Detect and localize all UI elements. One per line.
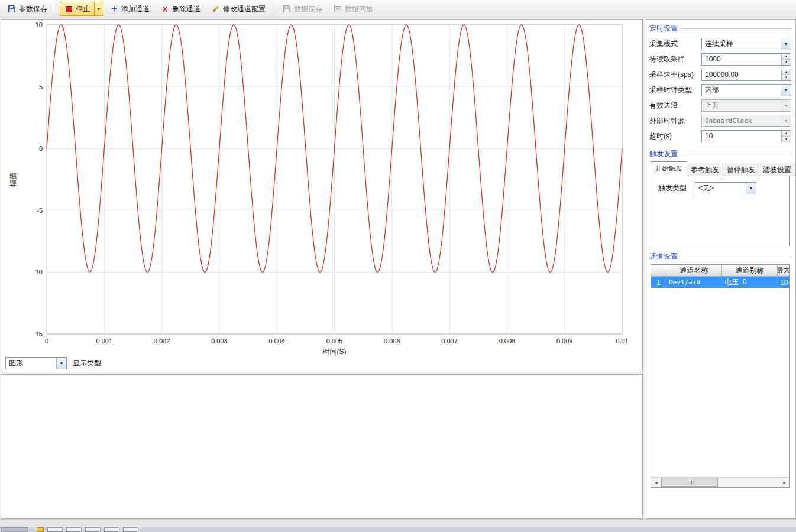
scroll-right-icon[interactable]: ► [779, 478, 789, 487]
samples-to-read-label: 待读取采样 [649, 54, 701, 64]
stop-dropdown-arrow-icon[interactable]: ▼ [94, 2, 103, 15]
acq-mode-label: 采集模式 [649, 39, 701, 49]
svg-text:0.004: 0.004 [268, 338, 285, 345]
scrollbar-thumb[interactable] [661, 478, 718, 487]
tab-pause-trigger[interactable]: 暂停触发 [723, 163, 759, 176]
svg-text:0.007: 0.007 [441, 338, 458, 345]
group-title-rule [681, 28, 791, 29]
channel-alias-cell: 电压_0 [722, 277, 778, 288]
delete-channel-label: 删除通道 [172, 4, 200, 14]
timeout-value: 10 [702, 131, 781, 142]
chevron-down-icon[interactable]: ▼ [56, 358, 66, 369]
clock-type-combo[interactable]: 内部 ▼ [701, 84, 791, 96]
svg-text:幅值: 幅值 [9, 173, 17, 187]
taskbar-item[interactable] [47, 527, 63, 532]
timing-title-text: 定时设置 [649, 24, 678, 34]
channels-title-text: 通道设置 [649, 252, 678, 262]
param-save-label: 参数保存 [19, 4, 47, 14]
svg-text:5: 5 [39, 83, 43, 90]
add-channel-button[interactable]: + 添加通道 [105, 2, 154, 16]
timing-group-title: 定时设置 [649, 24, 791, 34]
stop-label: 停止 [76, 4, 90, 14]
column-channel-name[interactable]: 通道名称 [666, 265, 722, 276]
modify-channel-config-button[interactable]: 修改通道配置 [207, 2, 270, 16]
channel-grid: 通道名称 通道别称 最大 1 Dev1/ai0 电压_0 10 ◄ ► [651, 264, 790, 488]
display-type-combo[interactable]: 图形 ▼ [5, 357, 67, 369]
channel-row-selected[interactable]: 1 Dev1/ai0 电压_0 10 [651, 277, 789, 288]
toolbar: 参数保存 停止 ▼ + 添加通道 X 删除通道 修改通道配置 [0, 0, 796, 18]
column-channel-alias[interactable]: 通道别称 [722, 265, 778, 276]
svg-text:时间(S): 时间(S) [323, 348, 347, 355]
trigger-type-value: <无> [695, 183, 746, 194]
row-index: 1 [651, 277, 666, 288]
samples-to-read-row: 待读取采样 1000 ▲▼ [649, 51, 791, 67]
trigger-type-row: 触发类型 <无> ▼ [653, 181, 787, 195]
taskbar-strip [0, 527, 796, 532]
daq-application-window: 参数保存 停止 ▼ + 添加通道 X 删除通道 修改通道配置 [0, 0, 796, 532]
clock-type-label: 采样时钟类型 [649, 85, 701, 95]
stop-split-button[interactable]: 停止 ▼ [60, 2, 103, 16]
acq-mode-combo[interactable]: 连续采样 ▼ [701, 38, 791, 50]
ext-clock-label: 外部时钟源 [649, 116, 701, 126]
spinner-down-icon[interactable]: ▼ [782, 59, 791, 65]
active-edge-combo: 上升 ▼ [701, 99, 791, 112]
scrollbar-track[interactable] [718, 478, 779, 487]
taskbar-item[interactable] [104, 527, 119, 532]
taskbar-item[interactable] [66, 527, 82, 532]
row-header-column [651, 265, 666, 276]
samples-to-read-spinner[interactable]: 1000 ▲▼ [701, 53, 791, 66]
spinner-up-icon[interactable]: ▲ [782, 54, 791, 59]
group-title-rule [681, 154, 791, 154]
chevron-down-icon[interactable]: ▼ [781, 38, 791, 50]
timeout-row: 超时(s) 10 ▲▼ [649, 128, 791, 144]
taskbar-item[interactable] [123, 527, 138, 532]
horizontal-scrollbar[interactable]: ◄ ► [651, 477, 789, 487]
sample-rate-spinner[interactable]: 100000.00 ▲▼ [701, 69, 791, 81]
secondary-display-panel [1, 374, 643, 519]
samples-to-read-value: 1000 [702, 54, 781, 65]
toolbar-separator [56, 3, 56, 15]
settings-sidebar: 定时设置 采集模式 连续采样 ▼ 待读取采样 1000 ▲▼ 采样速率(sps)… [645, 19, 796, 519]
chart-panel: 1050-5-10-1500.0010.0020.0030.0040.0050.… [1, 19, 643, 372]
sample-rate-row: 采样速率(sps) 100000.00 ▲▼ [649, 67, 791, 82]
toolbar-separator [274, 3, 274, 15]
svg-text:10: 10 [35, 21, 43, 28]
active-edge-row: 有效边沿 上升 ▼ [649, 98, 791, 113]
chart-footer: 图形 ▼ 显示类型 [1, 355, 642, 371]
data-playback-button: 数据回放 [329, 2, 378, 16]
column-channel-max[interactable]: 最大 [778, 265, 789, 276]
acq-mode-row: 采集模式 连续采样 ▼ [649, 36, 791, 51]
sample-rate-label: 采样速率(sps) [649, 70, 701, 80]
spinner-down-icon[interactable]: ▼ [782, 136, 791, 142]
svg-text:0.01: 0.01 [616, 338, 628, 345]
tab-start-trigger[interactable]: 开始触发 [651, 161, 687, 176]
chevron-down-icon: ▼ [781, 100, 791, 111]
svg-text:0.006: 0.006 [384, 338, 400, 345]
timeout-spinner[interactable]: 10 ▲▼ [701, 130, 791, 142]
spinner-down-icon[interactable]: ▼ [782, 74, 791, 80]
svg-text:-5: -5 [37, 207, 43, 214]
taskbar-item[interactable] [37, 527, 44, 532]
clock-type-row: 采样时钟类型 内部 ▼ [649, 82, 791, 98]
data-save-button: 数据保存 [278, 2, 327, 16]
chevron-down-icon: ▼ [781, 115, 791, 126]
channels-group-title: 通道设置 [649, 252, 791, 262]
taskbar-item[interactable] [85, 527, 101, 532]
trigger-title-text: 触发设置 [649, 149, 678, 159]
group-title-rule [681, 257, 791, 257]
chevron-down-icon[interactable]: ▼ [781, 85, 791, 96]
stop-button[interactable]: 停止 [60, 2, 94, 15]
taskbar-item[interactable] [1, 527, 28, 532]
spinner-up-icon[interactable]: ▲ [782, 69, 791, 74]
save-disabled-icon [283, 5, 291, 13]
svg-text:-15: -15 [33, 330, 43, 338]
trigger-type-combo[interactable]: <无> ▼ [695, 182, 756, 194]
tab-filter-settings[interactable]: 滤波设置 [759, 163, 795, 176]
tab-reference-trigger[interactable]: 参考触发 [687, 163, 723, 176]
chevron-down-icon[interactable]: ▼ [746, 183, 756, 194]
scroll-left-icon[interactable]: ◄ [651, 478, 661, 487]
param-save-button[interactable]: 参数保存 [3, 2, 52, 16]
delete-channel-button[interactable]: X 删除通道 [156, 2, 205, 16]
spinner-up-icon[interactable]: ▲ [782, 131, 791, 136]
ext-clock-value: OnboardClock [702, 115, 781, 126]
